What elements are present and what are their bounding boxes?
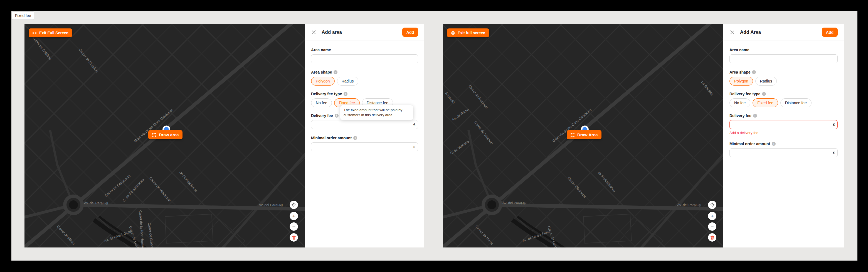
label-text: Minimal order amount xyxy=(311,136,352,140)
fee-type-label: Delivery fee type i xyxy=(730,92,838,96)
form-header: Add area Add xyxy=(305,24,424,40)
area-name-input-wrap xyxy=(311,54,418,63)
add-area-form-right: Add Area Add Area name Area shape i Poly… xyxy=(723,24,844,247)
svg-text:Av. del Paral·lel: Av. del Paral·lel xyxy=(84,201,108,206)
draw-area-label: Draw Area xyxy=(577,132,598,137)
locate-icon xyxy=(710,202,715,207)
fee-option-no-fee[interactable]: No fee xyxy=(730,99,750,107)
currency-suffix: € xyxy=(413,123,415,127)
info-icon[interactable]: i xyxy=(344,92,347,96)
map-left[interactable]: Carrer de Calàbria Carrer de Rocafort Gr… xyxy=(25,24,305,247)
add-area-form-left: Add area Add Area name Area shape i Poly… xyxy=(305,24,424,247)
min-order-label: Minimal order amount i xyxy=(730,142,838,146)
label-text: Delivery fee type xyxy=(730,92,760,96)
trash-icon xyxy=(710,235,715,240)
dashed-square-icon xyxy=(152,133,156,137)
zoom-out-button[interactable]: − xyxy=(289,222,298,231)
label-text: Area name xyxy=(311,48,331,52)
exit-fullscreen-label: Exit Full Screen xyxy=(39,31,68,35)
add-button[interactable]: Add xyxy=(822,28,838,37)
draw-area-button[interactable]: Draw Area xyxy=(567,130,601,139)
zoom-in-button[interactable]: + xyxy=(289,212,298,220)
close-button[interactable] xyxy=(730,30,735,35)
locate-button[interactable] xyxy=(289,201,298,209)
label-text: Delivery fee xyxy=(730,113,751,118)
add-button[interactable]: Add xyxy=(402,28,418,37)
min-order-input[interactable] xyxy=(730,148,838,157)
minus-icon: − xyxy=(292,224,295,229)
minus-icon: − xyxy=(711,224,714,229)
page-canvas: Fixed fee xyxy=(11,11,858,261)
panel-right: Rosselló Carrer de Rocafort Av. de Roma … xyxy=(443,24,844,247)
info-icon[interactable]: i xyxy=(772,142,776,146)
svg-text:Av. del Paral·lel: Av. del Paral·lel xyxy=(677,203,701,207)
area-name-label: Area name xyxy=(730,48,838,52)
shape-option-polygon[interactable]: Polygon xyxy=(311,77,335,86)
area-name-label: Area name xyxy=(311,48,418,52)
form-body: Area name Area shape i Polygon Radius De… xyxy=(723,40,844,157)
info-icon[interactable]: i xyxy=(752,70,756,74)
plus-icon: + xyxy=(711,214,714,219)
delivery-fee-error: Add a delivery fee xyxy=(730,131,838,135)
locate-button[interactable] xyxy=(708,201,716,209)
fee-option-fixed-fee[interactable]: Fixed fee xyxy=(752,99,778,107)
area-shape-options: Polygon Radius xyxy=(311,77,418,86)
close-icon xyxy=(730,30,735,35)
label-text: Minimal order amount xyxy=(730,142,770,146)
info-icon[interactable]: i xyxy=(353,136,357,140)
label-text: Area name xyxy=(730,48,749,52)
label-text: Area shape xyxy=(311,70,332,74)
currency-suffix: € xyxy=(833,151,835,155)
area-shape-label: Area shape i xyxy=(311,70,418,74)
exit-fullscreen-label: Exit full screen xyxy=(458,31,486,35)
label-text: Delivery fee xyxy=(311,113,333,118)
shape-option-radius[interactable]: Radius xyxy=(755,77,777,86)
info-icon[interactable]: i xyxy=(753,114,757,117)
exit-fullscreen-button[interactable]: Exit Full Screen xyxy=(29,28,72,37)
plus-icon: + xyxy=(292,214,295,219)
shape-option-polygon[interactable]: Polygon xyxy=(730,77,753,86)
zoom-out-button[interactable]: − xyxy=(708,222,716,231)
zoom-in-button[interactable]: + xyxy=(708,212,716,220)
area-name-input[interactable] xyxy=(311,54,418,63)
delivery-fee-label: Delivery fee i xyxy=(730,113,838,118)
delivery-fee-input[interactable] xyxy=(311,120,418,129)
min-order-label: Minimal order amount i xyxy=(311,136,418,140)
delete-area-button[interactable] xyxy=(708,233,716,242)
close-button[interactable] xyxy=(311,30,317,35)
info-icon[interactable]: i xyxy=(334,70,338,74)
compress-icon xyxy=(32,31,37,35)
compress-icon xyxy=(451,31,455,35)
draw-area-label: Draw area xyxy=(159,132,179,137)
form-header: Add Area Add xyxy=(723,24,844,40)
label-text: Delivery fee type xyxy=(311,92,342,96)
form-title: Add Area xyxy=(740,30,761,35)
info-icon[interactable]: i xyxy=(762,92,766,96)
dashed-square-icon xyxy=(570,133,575,137)
close-icon xyxy=(311,30,317,35)
trash-icon xyxy=(291,235,296,240)
exit-fullscreen-button[interactable]: Exit full screen xyxy=(447,28,489,37)
label-text: Area shape xyxy=(730,70,750,74)
fee-option-no-fee[interactable]: No fee xyxy=(311,99,332,107)
area-shape-label: Area shape i xyxy=(730,70,838,74)
map-right[interactable]: Rosselló Carrer de Rocafort Av. de Roma … xyxy=(443,24,723,247)
min-order-input-wrap: € xyxy=(730,148,838,157)
form-body: Area name Area shape i Polygon Radius De… xyxy=(305,40,424,151)
info-icon[interactable]: i xyxy=(335,114,339,117)
svg-text:Av. del Paral·lel: Av. del Paral·lel xyxy=(502,201,527,206)
currency-suffix: € xyxy=(413,145,415,149)
fee-option-distance-fee[interactable]: Distance fee xyxy=(780,99,811,107)
delete-area-button[interactable] xyxy=(289,233,298,242)
draw-area-button[interactable]: Draw area xyxy=(148,130,183,139)
form-title: Add area xyxy=(321,30,342,35)
delivery-fee-input[interactable] xyxy=(730,120,838,129)
panel-left: Carrer de Calàbria Carrer de Rocafort Gr… xyxy=(25,24,424,247)
shape-option-radius[interactable]: Radius xyxy=(337,77,359,86)
fixed-fee-tab[interactable]: Fixed fee xyxy=(12,11,34,20)
area-name-input[interactable] xyxy=(730,54,838,63)
svg-text:Av. del Paral·lel: Av. del Paral·lel xyxy=(259,203,283,207)
area-shape-options: Polygon Radius xyxy=(730,77,838,86)
min-order-input[interactable] xyxy=(311,142,418,151)
fee-type-label: Delivery fee type i xyxy=(311,92,418,96)
